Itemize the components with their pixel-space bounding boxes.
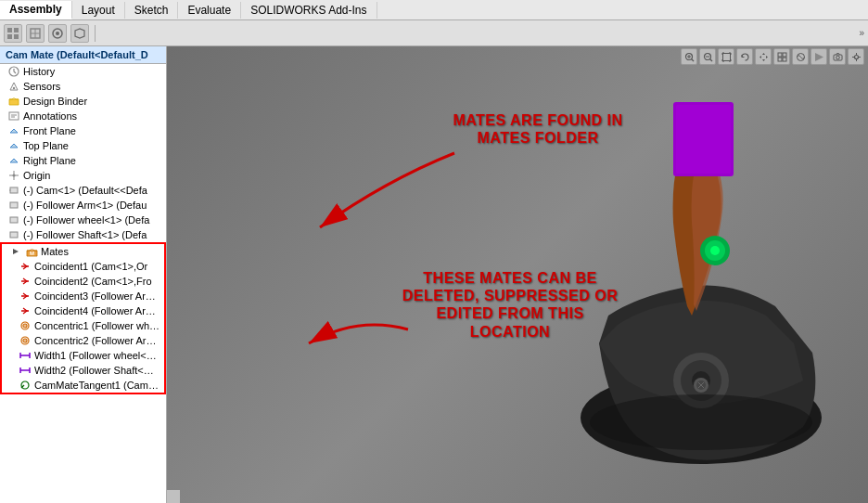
svg-rect-0 (7, 28, 12, 32)
arrow-to-mates-list (301, 297, 413, 371)
3d-viewport[interactable]: MATES ARE FOUND IN MATES FOLDER THESE MA… (167, 46, 868, 503)
coincident3-icon (19, 290, 32, 303)
vp-appearance-icon[interactable] (792, 48, 809, 65)
svg-rect-54 (783, 53, 786, 57)
tree-item-coincident4-label: Coincident4 (Follower Ar… (34, 305, 156, 316)
tree-item-concentric1-label: Concentric1 (Follower wh… (34, 320, 160, 331)
svg-point-59 (836, 56, 839, 59)
tree-item-origin-label: Origin (23, 170, 50, 181)
vp-rotate-icon[interactable] (736, 48, 753, 65)
vp-fit-icon[interactable] (718, 48, 734, 65)
annotations-icon (7, 110, 20, 123)
svg-rect-18 (9, 189, 11, 191)
origin-icon (7, 169, 20, 182)
svg-point-30 (24, 325, 26, 327)
toolbar: » (0, 20, 868, 46)
svg-marker-52 (766, 56, 768, 58)
toolbar-icon-1[interactable] (4, 24, 22, 43)
cam-part-icon (7, 184, 20, 197)
tree-item-coincident1[interactable]: Coincident1 (Cam<1>,Or (2, 259, 164, 274)
tree-item-front-plane-label: Front Plane (23, 125, 76, 136)
vp-zoom-icon[interactable] (681, 48, 697, 65)
right-plane-icon (7, 154, 20, 167)
toolbar-icon-2[interactable] (26, 24, 45, 43)
toolbar-icon-4[interactable] (70, 24, 89, 43)
front-plane-icon (7, 124, 20, 137)
annotation-mates-folder: MATES ARE FOUND IN MATES FOLDER (427, 111, 649, 147)
tree-item-cam-mate-tangent1-label: CamMateTangent1 (Cam… (34, 380, 159, 391)
feature-tree-header: Cam Mate (Default<Default_D (0, 46, 166, 64)
vp-camera-icon[interactable] (829, 48, 846, 65)
tree-item-concentric2-label: Concentric2 (Follower Ar… (34, 335, 156, 346)
svg-rect-56 (783, 58, 786, 61)
svg-point-8 (56, 32, 59, 35)
svg-rect-3 (14, 34, 19, 39)
tree-item-concentric2[interactable]: Concentric2 (Follower Ar… (2, 333, 164, 348)
tree-item-design-binder-label: Design Binder (23, 96, 87, 107)
tree-item-top-plane[interactable]: Top Plane (0, 138, 166, 153)
vp-zoom-out-icon[interactable] (699, 48, 716, 65)
menu-tab-layout[interactable]: Layout (72, 2, 125, 19)
tree-item-mates-folder[interactable]: M Mates (2, 244, 164, 259)
arrow-to-mates-folder (311, 125, 459, 237)
tree-item-design-binder[interactable]: Design Binder (0, 94, 166, 109)
svg-rect-70 (676, 105, 731, 174)
menu-tab-sketch[interactable]: Sketch (125, 2, 179, 19)
svg-rect-19 (10, 202, 18, 208)
viewport-area: MATES ARE FOUND IN MATES FOLDER THESE MA… (167, 46, 868, 503)
tree-item-follower-shaft[interactable]: (-) Follower Shaft<1> (Defa (0, 227, 166, 242)
follower-arm-icon (7, 199, 20, 212)
svg-point-16 (13, 174, 16, 177)
tree-item-follower-shaft-label: (-) Follower Shaft<1> (Defa (23, 229, 147, 240)
tree-item-mates-label: Mates (41, 246, 69, 257)
tree-item-cam-mate-tangent1[interactable]: CamMateTangent1 (Cam… (2, 378, 164, 393)
svg-line-42 (691, 58, 694, 61)
tree-item-history[interactable]: History (0, 64, 166, 79)
tree-item-front-plane[interactable]: Front Plane (0, 123, 166, 138)
tree-item-coincident2[interactable]: Coincident2 (Cam<1>,Fro (2, 274, 164, 289)
tree-item-sensors-label: Sensors (23, 81, 60, 92)
tree-item-follower-wheel[interactable]: (-) Follower wheel<1> (Defa (0, 213, 166, 227)
coincident4-icon (19, 304, 32, 317)
tree-item-top-plane-label: Top Plane (23, 140, 69, 151)
mates-folder-icon: M (25, 245, 38, 258)
menu-tab-addins[interactable]: SOLIDWORKS Add-Ins (241, 2, 377, 19)
vp-view-icon[interactable] (773, 48, 790, 65)
tree-item-follower-wheel-label: (-) Follower wheel<1> (Defa (23, 214, 149, 226)
svg-rect-1 (14, 28, 19, 32)
tree-item-follower-arm[interactable]: (-) Follower Arm<1> (Defau (0, 198, 166, 213)
toolbar-separator (95, 25, 96, 42)
vp-pan-icon[interactable] (755, 48, 772, 65)
top-plane-icon (7, 139, 20, 152)
tree-item-right-plane[interactable]: Right Plane (0, 153, 166, 168)
menu-tab-evaluate[interactable]: Evaluate (178, 2, 241, 19)
design-binder-icon (7, 95, 20, 108)
tree-item-annotations[interactable]: Annotations (0, 109, 166, 123)
svg-point-74 (590, 394, 812, 450)
tree-item-sensors[interactable]: Sensors (0, 79, 166, 94)
tree-item-coincident3[interactable]: Coincident3 (Follower Ar… (2, 289, 164, 303)
cam-mate-tangent1-icon (19, 379, 32, 392)
tree-item-cam[interactable]: (-) Cam<1> (Default<<Defa (0, 183, 166, 198)
svg-rect-17 (10, 187, 18, 193)
svg-marker-49 (762, 53, 765, 55)
svg-text:M: M (30, 251, 34, 256)
toolbar-icon-3[interactable] (48, 24, 67, 43)
svg-point-40 (21, 381, 29, 389)
menu-tab-assembly[interactable]: Assembly (0, 1, 72, 19)
width2-icon (19, 364, 32, 377)
feature-tree-panel: Cam Mate (Default<Default_D History Sens… (0, 46, 167, 503)
vp-settings-icon[interactable] (848, 48, 864, 65)
tree-item-coincident4[interactable]: Coincident4 (Follower Ar… (2, 303, 164, 318)
tree-item-annotations-label: Annotations (23, 110, 77, 122)
vp-render-icon[interactable] (811, 48, 827, 65)
tree-item-width2-label: Width2 (Follower Shaft<… (34, 365, 154, 376)
svg-rect-53 (778, 53, 782, 57)
tree-item-width1[interactable]: Width1 (Follower wheel<… (2, 348, 164, 363)
tree-item-concentric1[interactable]: Concentric1 (Follower wh… (2, 318, 164, 333)
svg-marker-51 (760, 56, 761, 58)
svg-rect-55 (778, 58, 782, 61)
toolbar-expand[interactable]: » (859, 28, 864, 38)
tree-item-origin[interactable]: Origin (0, 168, 166, 183)
tree-item-width2[interactable]: Width2 (Follower Shaft<… (2, 363, 164, 378)
